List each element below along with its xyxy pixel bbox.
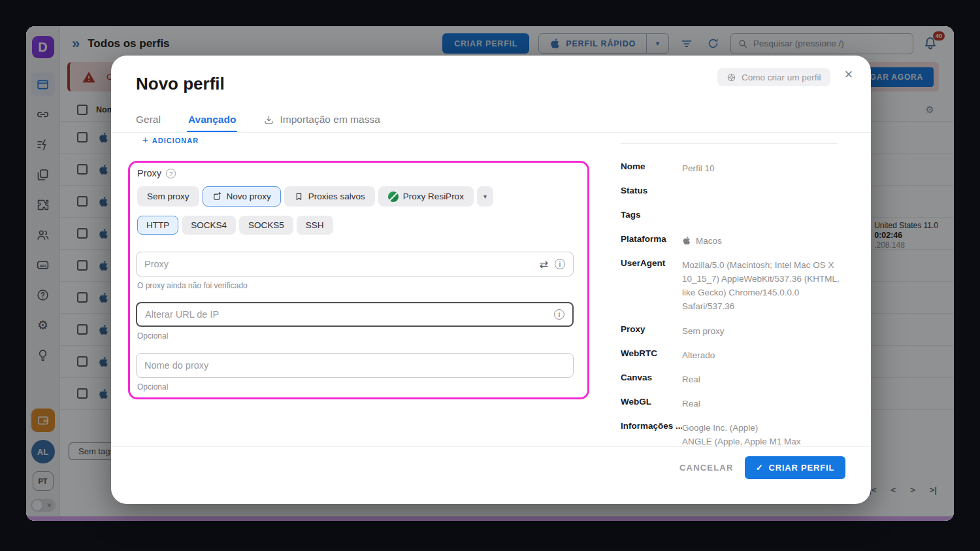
add-button[interactable]: +ADICIONAR bbox=[142, 135, 199, 145]
bookmark-icon bbox=[294, 192, 304, 201]
profile-summary-panel: NomePerfil 10 Status Tags Plataforma Mac… bbox=[621, 133, 861, 446]
add-label: ADICIONAR bbox=[152, 137, 199, 144]
proxy-name-input[interactable] bbox=[144, 360, 565, 371]
summary-row: UserAgentMozilla/5.0 (Macintosh; Intel M… bbox=[621, 258, 849, 313]
summary-row: NomePerfil 10 bbox=[621, 161, 849, 175]
proxy-mode-caret[interactable]: ▾ bbox=[477, 186, 493, 207]
create-profile-submit-button[interactable]: ✓ CRIAR PERFIL bbox=[745, 456, 845, 479]
tab-avancado[interactable]: Avançado bbox=[188, 109, 237, 130]
cancel-button[interactable]: CANCELAR bbox=[668, 456, 745, 479]
how-to-create-button[interactable]: Como criar um perfil bbox=[717, 68, 830, 86]
submit-label: CRIAR PERFIL bbox=[769, 463, 835, 473]
url-helper-text: Opcional bbox=[137, 331, 168, 341]
info-icon[interactable]: i bbox=[554, 309, 564, 320]
protocol-socks5[interactable]: SOCKS5 bbox=[239, 216, 293, 235]
change-ip-url-field: i bbox=[136, 302, 574, 327]
proxy-label-text: Proxy bbox=[137, 168, 161, 178]
swap-icon[interactable]: ⇄ bbox=[540, 258, 548, 271]
proxy-protocol-pills: HTTP SOCKS4 SOCKS5 SSH bbox=[137, 216, 333, 235]
proxy-section-label: Proxy ? bbox=[137, 168, 176, 178]
summary-row: WebGLReal bbox=[621, 397, 849, 410]
summary-row: Status bbox=[621, 186, 849, 195]
mode-novo-proxy[interactable]: Novo proxy bbox=[203, 186, 281, 207]
lifebuoy-icon bbox=[727, 73, 736, 82]
protocol-http[interactable]: HTTP bbox=[137, 216, 178, 235]
summary-row: WebRTCAlterado bbox=[621, 348, 849, 362]
proxy-mode-buttons: Sem proxy Novo proxy Proxies salvos Prox… bbox=[137, 186, 493, 207]
mode-sem-proxy[interactable]: Sem proxy bbox=[137, 186, 199, 207]
tab-importacao-label: Importação em massa bbox=[280, 114, 380, 125]
new-profile-modal: Novo perfil Como criar um perfil × Geral… bbox=[111, 56, 871, 504]
tab-importacao[interactable]: Importação em massa bbox=[263, 109, 380, 130]
check-icon: ✓ bbox=[756, 463, 764, 473]
new-window-icon bbox=[212, 192, 222, 201]
mode-salvos-label: Proxies salvos bbox=[308, 192, 365, 201]
proxy-input[interactable] bbox=[144, 259, 533, 269]
download-icon bbox=[263, 114, 274, 125]
platform-value: Macos bbox=[696, 236, 722, 246]
mode-novo-label: Novo proxy bbox=[227, 192, 271, 201]
mode-proxy-resiprox[interactable]: Proxy ResiProx bbox=[378, 186, 474, 207]
plus-icon: + bbox=[142, 134, 149, 145]
summary-row: Plataforma Macos bbox=[621, 234, 849, 248]
chevron-down-icon: ▾ bbox=[483, 193, 487, 200]
modal-tabs: Geral Avançado Importação em massa bbox=[136, 109, 380, 130]
protocol-ssh[interactable]: SSH bbox=[297, 216, 333, 235]
mode-resiprox-label: Proxy ResiProx bbox=[403, 192, 464, 201]
how-to-create-label: Como criar um perfil bbox=[742, 73, 821, 82]
change-ip-url-input[interactable] bbox=[145, 309, 547, 320]
protocol-socks4[interactable]: SOCKS4 bbox=[182, 216, 236, 235]
modal-title: Novo perfil bbox=[136, 74, 225, 94]
proxy-helper-text: O proxy ainda não foi verificado bbox=[137, 281, 248, 290]
gpu-vendor: Google Inc. (Apple) bbox=[682, 421, 849, 435]
name-helper-text: Opcional bbox=[137, 382, 168, 392]
footer-divider bbox=[111, 446, 871, 447]
apple-icon bbox=[682, 236, 691, 245]
proxy-field: ⇄ i bbox=[136, 252, 574, 276]
summary-row: CanvasReal bbox=[621, 373, 849, 386]
gpu-renderer: ANGLE (Apple, Apple M1 Max bbox=[682, 435, 849, 446]
proxy-name-field bbox=[136, 353, 574, 378]
close-icon[interactable]: × bbox=[839, 65, 858, 84]
help-circle-icon[interactable]: ? bbox=[166, 169, 176, 178]
summary-divider bbox=[621, 143, 838, 144]
summary-row: Informações ... Google Inc. (Apple)ANGLE… bbox=[621, 421, 849, 446]
tab-geral[interactable]: Geral bbox=[136, 109, 161, 130]
info-icon[interactable]: i bbox=[555, 259, 565, 269]
mode-proxies-salvos[interactable]: Proxies salvos bbox=[284, 186, 375, 207]
summary-row: ProxySem proxy bbox=[621, 324, 849, 338]
summary-row: Tags bbox=[621, 210, 849, 220]
resiprox-logo-icon bbox=[388, 192, 399, 202]
